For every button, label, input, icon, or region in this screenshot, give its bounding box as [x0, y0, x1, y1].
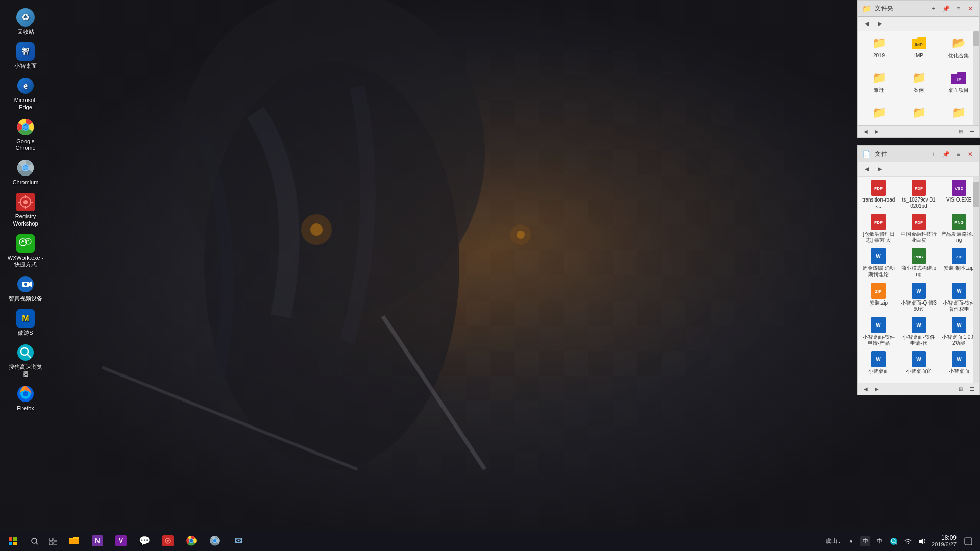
fm-bottom-file-icon: 📄 — [862, 150, 871, 158]
fm-file-zhoujin[interactable]: W 周金涛编 涌动期刊理论 — [859, 246, 898, 279]
taskbar-search-button[interactable] — [26, 531, 44, 552]
fm-top-back-btn[interactable]: ◀ — [861, 18, 872, 30]
systray-expand-btn[interactable]: ∧ — [846, 536, 856, 546]
fm-bottom-view-list[interactable]: ☰ — [967, 385, 976, 394]
taskbar-app-chrome[interactable] — [180, 531, 203, 552]
pdf-transition-label: transition-road-... — [861, 197, 896, 209]
fm-top-view-grid[interactable]: ⊞ — [956, 127, 965, 136]
fm-top-menu-btn[interactable]: ≡ — [953, 4, 963, 14]
fm-bottom-content: PDF transition-road-... PDF ts_10279cv 0… — [858, 177, 979, 383]
desktop-icon-recycle-bin[interactable]: ♻ 回收站 — [5, 5, 46, 37]
taskbar-task-view-button[interactable] — [44, 531, 62, 552]
fm-folder-extra3[interactable]: 📁 ... — [940, 103, 977, 125]
start-button[interactable] — [0, 531, 26, 552]
svg-point-19 — [23, 166, 28, 170]
taskbar-app-registry[interactable] — [156, 531, 180, 552]
desktop-icon-registry[interactable]: Registry Workshop — [5, 190, 46, 229]
svg-point-5 — [301, 214, 332, 245]
fm-bottom-forward-btn[interactable]: ▶ — [874, 164, 886, 175]
fm-folder-youhua[interactable]: 📂 优化合集 — [940, 33, 977, 66]
fm-bottom-back-btn[interactable]: ◀ — [861, 164, 872, 175]
taskbar-location[interactable]: 虞山... — [826, 537, 842, 545]
fm-bottom-view-grid[interactable]: ⊞ — [956, 385, 965, 394]
fm-folder-yaqian[interactable]: 📁 雅迁 — [860, 68, 898, 101]
fm-file-xz-func[interactable]: W 小智桌面 1.0.0.2功能 — [939, 315, 978, 348]
taskbar-lang-indicator[interactable]: 中 — [874, 536, 885, 546]
word-zhoujin-label: 周金涛编 涌动期刊理论 — [861, 265, 896, 278]
fm-file-install-zip[interactable]: ZIP 安装·制本.zip — [939, 246, 978, 279]
fm-file-product-road[interactable]: PNG 产品发展路径.png — [939, 212, 978, 245]
visio-icon: VSD — [951, 180, 967, 196]
fm-folder-zhuomian[interactable]: SP 桌面项目 — [940, 68, 977, 101]
fm-file-visio[interactable]: VSD VISIO.EXE — [939, 178, 978, 211]
svg-text:W: W — [957, 322, 962, 328]
fm-folder-2019[interactable]: 📁 2019 — [860, 33, 898, 66]
fm-file-transition[interactable]: PDF transition-road-... — [859, 178, 898, 211]
chrome-icon — [15, 117, 36, 137]
taskbar-app-onenote[interactable]: N — [86, 531, 109, 552]
fm-folder-anli[interactable]: 📁 案例 — [900, 68, 938, 101]
fm-file-cangmin[interactable]: PDF [仓敏洪管理日志] 張茵 太 — [859, 212, 898, 245]
fm-top-forward-btn[interactable]: ▶ — [874, 18, 886, 30]
fm-top-add-btn[interactable]: + — [928, 4, 939, 14]
folder-yaqian-icon: 📁 — [871, 70, 887, 86]
desktop-icon-xiaozhi[interactable]: 智 小智桌面 — [5, 39, 46, 71]
fm-folder-extra1[interactable]: 📁 ... — [860, 103, 898, 125]
fm-bottom-scrollbar[interactable] — [973, 177, 979, 383]
taskbar-network-icon[interactable] — [903, 536, 913, 546]
desktop-icon-maxthon[interactable]: M 傲游S — [5, 306, 46, 338]
svg-rect-1 — [0, 10, 980, 541]
taskbar-app-explorer[interactable] — [62, 531, 86, 552]
desktop-icon-chromium[interactable]: Chromium — [5, 156, 46, 188]
taskbar-app-visio[interactable]: V — [109, 531, 133, 552]
taskbar-clock[interactable]: 18:09 2019/6/27 — [932, 534, 957, 548]
fm-file-xz-last[interactable]: W 小智桌面 — [939, 349, 978, 382]
fm-folder-imp[interactable]: IMP IMP — [900, 33, 938, 66]
taskbar-registry-icon — [162, 535, 174, 546]
word-func-label: 小智桌面 1.0.0.2功能 — [941, 334, 977, 346]
taskbar-app-mail[interactable]: ✉ — [227, 531, 250, 552]
desktop-icon-zhizhen[interactable]: 智真视频设备 — [5, 272, 46, 304]
desktop-icon-chrome[interactable]: Google Chrome — [5, 115, 46, 154]
desktop-icon-firefox[interactable]: Firefox — [5, 382, 46, 414]
fm-file-xz-desktop[interactable]: W 小智桌面 — [859, 349, 898, 382]
fm-top-view-list[interactable]: ☰ — [967, 127, 976, 136]
desktop-icon-edge[interactable]: e Microsoft Edge — [5, 73, 46, 112]
fm-bottom-pin-btn[interactable]: 📌 — [941, 149, 951, 159]
word-last-icon: W — [951, 351, 967, 367]
fm-bottom-status-btn2[interactable]: ▶ — [872, 385, 881, 394]
svg-point-99 — [213, 539, 216, 542]
fm-file-business-model[interactable]: PNG 商业模式构建.png — [899, 246, 939, 279]
fm-bottom-title: 文件 — [875, 149, 926, 158]
taskbar-volume-icon[interactable] — [917, 536, 927, 546]
fm-file-anzhuang-zip[interactable]: ZIP 安装.zip — [859, 281, 898, 314]
taskbar-sogou-tray[interactable] — [889, 536, 899, 546]
fm-file-ts[interactable]: PDF ts_10279cv 010201pd — [899, 178, 939, 211]
fm-bottom-menu-btn[interactable]: ≡ — [953, 149, 963, 159]
fm-folder-extra2[interactable]: 📁 ... — [900, 103, 938, 125]
fm-top-scrollbar[interactable] — [973, 31, 979, 125]
taskbar-app-chat[interactable]: 💬 — [133, 531, 156, 552]
desktop-icon-wxwork[interactable]: WXWork.exe - 快捷方式 — [5, 231, 46, 270]
fm-top-pin-btn[interactable]: 📌 — [941, 4, 951, 14]
fm-top-status-btn1[interactable]: ◀ — [861, 127, 870, 136]
svg-text:PNG: PNG — [954, 220, 963, 225]
fm-top-status-btn2[interactable]: ▶ — [872, 127, 881, 136]
fm-bottom-close-btn[interactable]: ✕ — [965, 149, 975, 159]
fm-file-xz-guan[interactable]: W 小智桌面官 — [899, 349, 939, 382]
fm-file-xz-copy[interactable]: W 小智桌面-软件著作权申 — [939, 281, 978, 314]
fm-file-xz-q360[interactable]: W 小智桌面-Q 管360过 — [899, 281, 939, 314]
taskbar-notification-btn[interactable] — [961, 531, 976, 552]
fm-top-close-btn[interactable]: ✕ — [965, 4, 975, 14]
fm-file-china-finance[interactable]: PDF 中国金融科技行业白皮 — [899, 212, 939, 245]
fm-bottom-status-btn1[interactable]: ◀ — [861, 385, 870, 394]
svg-rect-92 — [54, 542, 57, 545]
fm-file-xz-apply[interactable]: W 小智桌面-软件申请-代 — [899, 315, 939, 348]
taskbar-ime-indicator[interactable]: 中 — [860, 536, 870, 546]
fm-bottom-add-btn[interactable]: + — [928, 149, 939, 159]
taskbar-visio-icon: V — [115, 535, 127, 546]
fm-file-xz-product[interactable]: W 小智桌面-软件申请-产品 — [859, 315, 898, 348]
taskbar-app-chromium[interactable] — [203, 531, 227, 552]
desktop-icon-sogou[interactable]: 搜狗高速浏览器 — [5, 340, 46, 379]
zip-anzhuang-label: 安装.zip — [870, 300, 888, 306]
